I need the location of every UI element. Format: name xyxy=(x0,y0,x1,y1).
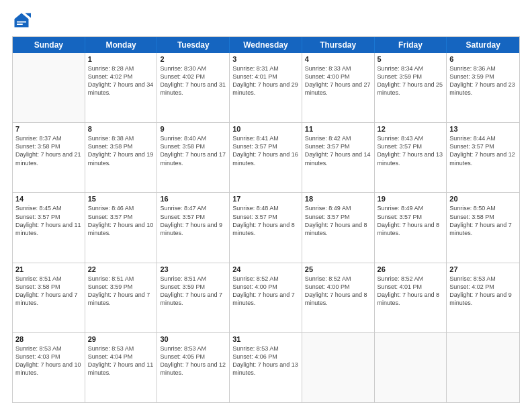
day-info: Sunrise: 8:37 AMSunset: 3:58 PMDaylight:… xyxy=(15,134,82,167)
calendar-header-row: SundayMondayTuesdayWednesdayThursdayFrid… xyxy=(13,37,519,53)
calendar-cell: 22Sunrise: 8:51 AMSunset: 3:59 PMDayligh… xyxy=(85,263,158,332)
calendar-cell: 16Sunrise: 8:47 AMSunset: 3:57 PMDayligh… xyxy=(157,193,230,262)
calendar-cell: 23Sunrise: 8:51 AMSunset: 3:59 PMDayligh… xyxy=(157,263,230,332)
calendar-body: 1Sunrise: 8:28 AMSunset: 4:02 PMDaylight… xyxy=(13,53,519,402)
day-info: Sunrise: 8:44 AMSunset: 3:57 PMDaylight:… xyxy=(449,134,517,167)
day-info: Sunrise: 8:46 AMSunset: 3:57 PMDaylight:… xyxy=(88,204,154,237)
day-info: Sunrise: 8:34 AMSunset: 3:59 PMDaylight:… xyxy=(378,64,444,97)
day-info: Sunrise: 8:53 AMSunset: 4:06 PMDaylight:… xyxy=(232,345,299,377)
day-number: 5 xyxy=(378,55,444,63)
calendar-cell: 30Sunrise: 8:53 AMSunset: 4:05 PMDayligh… xyxy=(157,333,230,402)
calendar-week: 14Sunrise: 8:45 AMSunset: 3:57 PMDayligh… xyxy=(13,193,519,263)
day-number: 23 xyxy=(160,265,226,273)
calendar-cell: 2Sunrise: 8:30 AMSunset: 4:02 PMDaylight… xyxy=(157,53,230,122)
weekday-header: Saturday xyxy=(447,37,519,53)
day-info: Sunrise: 8:51 AMSunset: 3:58 PMDaylight:… xyxy=(15,275,82,308)
day-number: 6 xyxy=(449,55,517,63)
day-info: Sunrise: 8:53 AMSunset: 4:05 PMDaylight:… xyxy=(160,345,226,377)
day-number: 14 xyxy=(15,195,82,203)
calendar-week: 21Sunrise: 8:51 AMSunset: 3:58 PMDayligh… xyxy=(13,263,519,333)
day-number: 20 xyxy=(449,195,517,203)
calendar-cell: 31Sunrise: 8:53 AMSunset: 4:06 PMDayligh… xyxy=(230,333,302,402)
weekday-header: Monday xyxy=(85,37,158,53)
calendar-week: 7Sunrise: 8:37 AMSunset: 3:58 PMDaylight… xyxy=(13,123,519,193)
day-number: 29 xyxy=(88,335,154,343)
calendar-cell: 19Sunrise: 8:49 AMSunset: 3:57 PMDayligh… xyxy=(375,193,447,262)
header xyxy=(12,11,520,30)
day-info: Sunrise: 8:47 AMSunset: 3:57 PMDaylight:… xyxy=(160,204,226,237)
calendar-cell xyxy=(447,333,519,402)
calendar-cell xyxy=(302,333,375,402)
day-info: Sunrise: 8:53 AMSunset: 4:03 PMDaylight:… xyxy=(15,345,82,377)
day-number: 10 xyxy=(232,125,299,133)
day-info: Sunrise: 8:48 AMSunset: 3:57 PMDaylight:… xyxy=(232,204,299,237)
weekday-header: Thursday xyxy=(302,37,375,53)
day-number: 30 xyxy=(160,335,226,343)
day-info: Sunrise: 8:52 AMSunset: 4:00 PMDaylight:… xyxy=(305,275,371,308)
calendar-cell: 24Sunrise: 8:52 AMSunset: 4:00 PMDayligh… xyxy=(230,263,302,332)
calendar-cell: 3Sunrise: 8:31 AMSunset: 4:01 PMDaylight… xyxy=(230,53,302,122)
calendar-cell: 5Sunrise: 8:34 AMSunset: 3:59 PMDaylight… xyxy=(375,53,447,122)
day-number: 19 xyxy=(378,195,444,203)
day-number: 27 xyxy=(449,265,517,273)
calendar-cell: 17Sunrise: 8:48 AMSunset: 3:57 PMDayligh… xyxy=(230,193,302,262)
calendar-cell: 10Sunrise: 8:41 AMSunset: 3:57 PMDayligh… xyxy=(230,123,302,192)
day-info: Sunrise: 8:53 AMSunset: 4:02 PMDaylight:… xyxy=(449,275,517,308)
day-number: 8 xyxy=(88,125,154,133)
page: SundayMondayTuesdayWednesdayThursdayFrid… xyxy=(0,0,532,411)
calendar-cell: 11Sunrise: 8:42 AMSunset: 3:57 PMDayligh… xyxy=(302,123,375,192)
day-number: 26 xyxy=(378,265,444,273)
calendar-cell: 9Sunrise: 8:40 AMSunset: 3:58 PMDaylight… xyxy=(157,123,230,192)
calendar-cell xyxy=(13,53,85,122)
day-info: Sunrise: 8:53 AMSunset: 4:04 PMDaylight:… xyxy=(88,345,154,377)
calendar-cell: 15Sunrise: 8:46 AMSunset: 3:57 PMDayligh… xyxy=(85,193,158,262)
day-info: Sunrise: 8:51 AMSunset: 3:59 PMDaylight:… xyxy=(160,275,226,308)
calendar-cell: 12Sunrise: 8:43 AMSunset: 3:57 PMDayligh… xyxy=(375,123,447,192)
day-info: Sunrise: 8:30 AMSunset: 4:02 PMDaylight:… xyxy=(160,64,226,97)
day-info: Sunrise: 8:41 AMSunset: 3:57 PMDaylight:… xyxy=(232,134,299,167)
calendar-cell: 27Sunrise: 8:53 AMSunset: 4:02 PMDayligh… xyxy=(447,263,519,332)
calendar-cell: 1Sunrise: 8:28 AMSunset: 4:02 PMDaylight… xyxy=(85,53,158,122)
day-info: Sunrise: 8:51 AMSunset: 3:59 PMDaylight:… xyxy=(88,275,154,308)
day-number: 15 xyxy=(88,195,154,203)
day-number: 3 xyxy=(232,55,299,63)
day-number: 1 xyxy=(88,55,154,63)
svg-rect-3 xyxy=(17,24,23,25)
day-info: Sunrise: 8:49 AMSunset: 3:57 PMDaylight:… xyxy=(305,204,371,237)
calendar-cell: 8Sunrise: 8:38 AMSunset: 3:58 PMDaylight… xyxy=(85,123,158,192)
day-number: 24 xyxy=(232,265,299,273)
day-info: Sunrise: 8:28 AMSunset: 4:02 PMDaylight:… xyxy=(88,64,154,97)
day-info: Sunrise: 8:45 AMSunset: 3:57 PMDaylight:… xyxy=(15,204,82,237)
day-number: 12 xyxy=(378,125,444,133)
weekday-header: Tuesday xyxy=(157,37,230,53)
day-number: 18 xyxy=(305,195,371,203)
calendar-cell: 13Sunrise: 8:44 AMSunset: 3:57 PMDayligh… xyxy=(447,123,519,192)
day-info: Sunrise: 8:31 AMSunset: 4:01 PMDaylight:… xyxy=(232,64,299,97)
calendar-cell: 7Sunrise: 8:37 AMSunset: 3:58 PMDaylight… xyxy=(13,123,85,192)
day-number: 28 xyxy=(15,335,82,343)
svg-marker-0 xyxy=(15,13,29,28)
calendar-cell: 18Sunrise: 8:49 AMSunset: 3:57 PMDayligh… xyxy=(302,193,375,262)
calendar-cell: 28Sunrise: 8:53 AMSunset: 4:03 PMDayligh… xyxy=(13,333,85,402)
weekday-header: Sunday xyxy=(13,37,85,53)
weekday-header: Friday xyxy=(375,37,447,53)
day-number: 7 xyxy=(15,125,82,133)
day-info: Sunrise: 8:52 AMSunset: 4:00 PMDaylight:… xyxy=(232,275,299,308)
day-info: Sunrise: 8:49 AMSunset: 3:57 PMDaylight:… xyxy=(378,204,444,237)
day-info: Sunrise: 8:52 AMSunset: 4:01 PMDaylight:… xyxy=(378,275,444,308)
day-number: 31 xyxy=(232,335,299,343)
calendar-week: 1Sunrise: 8:28 AMSunset: 4:02 PMDaylight… xyxy=(13,53,519,123)
day-info: Sunrise: 8:50 AMSunset: 3:58 PMDaylight:… xyxy=(449,204,517,237)
day-number: 4 xyxy=(305,55,371,63)
day-number: 17 xyxy=(232,195,299,203)
calendar-cell: 6Sunrise: 8:36 AMSunset: 3:59 PMDaylight… xyxy=(447,53,519,122)
day-info: Sunrise: 8:43 AMSunset: 3:57 PMDaylight:… xyxy=(378,134,444,167)
day-number: 2 xyxy=(160,55,226,63)
calendar-cell: 25Sunrise: 8:52 AMSunset: 4:00 PMDayligh… xyxy=(302,263,375,332)
weekday-header: Wednesday xyxy=(230,37,302,53)
day-info: Sunrise: 8:38 AMSunset: 3:58 PMDaylight:… xyxy=(88,134,154,167)
logo xyxy=(12,11,34,30)
day-number: 16 xyxy=(160,195,226,203)
calendar-cell: 29Sunrise: 8:53 AMSunset: 4:04 PMDayligh… xyxy=(85,333,158,402)
day-info: Sunrise: 8:36 AMSunset: 3:59 PMDaylight:… xyxy=(449,64,517,97)
